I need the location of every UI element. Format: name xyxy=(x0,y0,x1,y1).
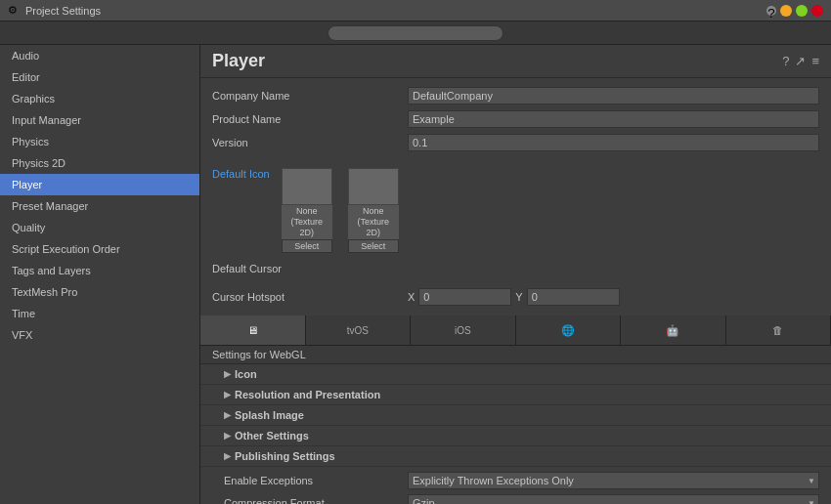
version-input[interactable] xyxy=(408,134,819,151)
enable-exceptions-label: Enable Exceptions xyxy=(212,475,408,486)
collapsible-splash[interactable]: ▶ Splash Image xyxy=(200,405,831,426)
content-header: Player ? ↗ ≡ xyxy=(200,45,831,78)
chevron-splash-icon: ▶ xyxy=(224,410,231,420)
title-bar-icon: ⚙ xyxy=(8,4,22,18)
sidebar-item-graphics[interactable]: Graphics xyxy=(0,88,199,109)
icon-previews: None (Texture 2D) Select xyxy=(282,168,332,253)
sidebar-item-editor[interactable]: Editor xyxy=(0,66,199,88)
tab-ios[interactable]: iOS xyxy=(411,315,516,345)
trash-icon: 🗑 xyxy=(772,324,783,336)
content-area: Player ? ↗ ≡ Company Name Product Name V… xyxy=(200,45,831,504)
cursor-preview-label: None (Texture 2D) xyxy=(348,205,399,239)
hotspot-inputs: X Y xyxy=(408,288,620,306)
icon-select-button-1[interactable]: Select xyxy=(282,239,332,253)
title-bar-controls: ? xyxy=(766,5,823,17)
ios-label: iOS xyxy=(455,325,471,336)
chevron-other-icon: ▶ xyxy=(224,431,231,441)
tab-extra[interactable]: 🗑 xyxy=(726,315,832,345)
cursor-previews: None (Texture 2D) Select xyxy=(348,168,399,253)
hotspot-x-input[interactable] xyxy=(418,288,511,306)
page-title: Player xyxy=(212,51,265,71)
default-cursor-label: Default Cursor xyxy=(212,263,408,274)
hotspot-y-input[interactable] xyxy=(527,288,620,306)
publishing-section: Enable Exceptions Explicitly Thrown Exce… xyxy=(200,467,831,504)
compression-format-select[interactable]: Gzip Brotli Disabled xyxy=(408,494,819,504)
sidebar-item-audio[interactable]: Audio xyxy=(0,45,199,66)
cursor-preview-img xyxy=(348,168,399,205)
tab-pc[interactable]: 🖥 xyxy=(200,315,306,345)
chevron-publishing-icon: ▶ xyxy=(224,451,231,461)
default-icon-link[interactable]: Default Icon xyxy=(212,168,270,180)
compression-format-label: Compression Format xyxy=(212,497,408,504)
x-label: X xyxy=(408,291,415,303)
search-bar xyxy=(0,21,831,45)
webgl-icon: 🌐 xyxy=(561,324,575,337)
collapsible-icon[interactable]: ▶ Icon xyxy=(200,364,831,385)
sidebar-item-physics2d[interactable]: Physics 2D xyxy=(0,152,199,174)
sidebar-item-quality[interactable]: Quality xyxy=(0,217,199,238)
close-button[interactable] xyxy=(811,5,823,17)
header-icons: ? ↗ ≡ xyxy=(782,54,819,68)
webgl-settings-label: Settings for WebGL xyxy=(200,346,831,364)
collapsible-publishing[interactable]: ▶ Publishing Settings xyxy=(200,446,831,467)
main-form: Company Name Product Name Version xyxy=(200,78,831,164)
cursor-hotspot-label: Cursor Hotspot xyxy=(212,291,408,303)
sidebar-item-player[interactable]: Player xyxy=(0,174,199,195)
y-label: Y xyxy=(515,291,522,303)
platform-tabs: 🖥 tvOS iOS 🌐 🤖 🗑 xyxy=(200,315,831,346)
sidebar-item-script-execution[interactable]: Script Execution Order xyxy=(0,238,199,260)
icon-left: Default Icon xyxy=(212,168,270,253)
search-input[interactable] xyxy=(328,25,503,41)
compression-format-wrapper: Gzip Brotli Disabled xyxy=(408,494,819,504)
sidebar: Audio Editor Graphics Input Manager Phys… xyxy=(0,45,200,504)
enable-exceptions-select[interactable]: Explicitly Thrown Exceptions Only None C… xyxy=(408,472,819,489)
minimize-button[interactable] xyxy=(780,5,792,17)
cursor-hotspot-row: Cursor Hotspot X Y xyxy=(212,288,819,306)
enable-exceptions-row: Enable Exceptions Explicitly Thrown Exce… xyxy=(212,471,819,490)
cursor-preview-box: None (Texture 2D) Select xyxy=(348,168,399,253)
sidebar-item-time[interactable]: Time xyxy=(0,303,199,324)
sidebar-item-vfx[interactable]: VFX xyxy=(0,324,199,346)
version-label: Version xyxy=(212,137,408,148)
enable-exceptions-wrapper: Explicitly Thrown Exceptions Only None C… xyxy=(408,472,819,489)
menu-icon[interactable]: ≡ xyxy=(811,54,819,68)
tab-android[interactable]: 🤖 xyxy=(621,315,726,345)
icon-preview-box-1 xyxy=(282,168,332,205)
sidebar-item-physics[interactable]: Physics xyxy=(0,131,199,152)
pc-icon: 🖥 xyxy=(247,324,258,336)
company-name-label: Company Name xyxy=(212,90,408,102)
icon-preview-1: None (Texture 2D) Select xyxy=(282,168,332,253)
main-layout: Audio Editor Graphics Input Manager Phys… xyxy=(0,45,831,504)
chevron-resolution-icon: ▶ xyxy=(224,390,231,399)
chevron-icon: ▶ xyxy=(224,369,231,379)
product-name-input[interactable] xyxy=(408,110,819,128)
cursor-select-button[interactable]: Select xyxy=(348,239,399,253)
help-icon[interactable]: ? xyxy=(782,54,789,68)
open-icon[interactable]: ↗ xyxy=(795,54,806,68)
default-cursor-row: Default Cursor xyxy=(200,261,831,280)
compression-format-row: Compression Format Gzip Brotli Disabled xyxy=(212,493,819,504)
version-row: Version xyxy=(212,133,819,152)
title-bar-text: Project Settings xyxy=(25,5,101,17)
icon-preview-label-1: None (Texture 2D) xyxy=(282,205,332,239)
sidebar-item-textmesh[interactable]: TextMesh Pro xyxy=(0,281,199,303)
tvos-label: tvOS xyxy=(347,325,369,336)
product-name-row: Product Name xyxy=(212,109,819,129)
company-name-row: Company Name xyxy=(212,86,819,105)
tab-tvos[interactable]: tvOS xyxy=(306,315,412,345)
sidebar-item-preset-manager[interactable]: Preset Manager xyxy=(0,195,199,217)
tab-webgl[interactable]: 🌐 xyxy=(516,315,622,345)
sidebar-item-tags-layers[interactable]: Tags and Layers xyxy=(0,260,199,281)
help-btn[interactable]: ? xyxy=(766,6,776,16)
title-bar: ⚙ Project Settings ? xyxy=(0,0,831,21)
collapsible-other[interactable]: ▶ Other Settings xyxy=(200,426,831,446)
default-icon-section: Default Icon None (Texture 2D) Select No… xyxy=(200,164,831,261)
product-name-label: Product Name xyxy=(212,113,408,125)
maximize-button[interactable] xyxy=(796,5,808,17)
android-icon: 🤖 xyxy=(666,324,679,337)
sidebar-item-input-manager[interactable]: Input Manager xyxy=(0,109,199,131)
collapsible-resolution[interactable]: ▶ Resolution and Presentation xyxy=(200,385,831,405)
company-name-input[interactable] xyxy=(408,87,819,105)
